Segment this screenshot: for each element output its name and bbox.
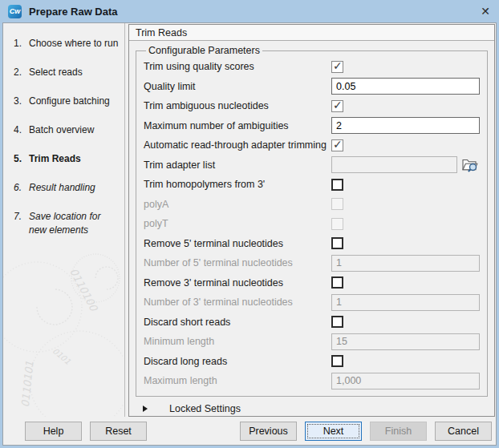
- param-label: polyT: [144, 218, 331, 229]
- param-label: Discard short reads: [144, 317, 331, 328]
- sidebar-step-6: 6. Result handling: [14, 181, 120, 195]
- panel-title: Trim Reads: [129, 25, 494, 41]
- next-button[interactable]: Next: [305, 422, 362, 441]
- binary-spiral-watermark-icon: 0110100 0110101 0101: [3, 244, 124, 417]
- step-number: 6.: [14, 181, 29, 195]
- param-label: Maximum length: [144, 375, 331, 386]
- step-number: 3.: [14, 95, 29, 108]
- step-number: 5.: [14, 152, 29, 166]
- panel-content: Configurable Parameters Trim using quali…: [129, 41, 494, 416]
- param-row-quality-limit: Quality limit: [144, 77, 480, 97]
- remove3-checkbox[interactable]: [331, 276, 343, 289]
- param-row-min-length: Minimum length: [144, 332, 480, 352]
- folder-search-icon: [461, 157, 479, 172]
- param-label: Trim homopolymers from 3': [144, 179, 331, 190]
- param-label: Remove 3' terminal nucleotides: [144, 277, 331, 289]
- param-row-polyt: polyT: [144, 214, 480, 234]
- param-label: Number of 5' terminal nucleotides: [144, 257, 331, 268]
- locked-settings-label: Locked Settings: [169, 403, 241, 414]
- param-row-num3: Number of 3' terminal nucleotides: [144, 293, 480, 313]
- sidebar-step-3: 3. Configure batching: [14, 95, 120, 108]
- finish-button: Finish: [370, 422, 427, 441]
- remove5-checkbox[interactable]: [331, 237, 343, 249]
- polyt-checkbox: [331, 218, 343, 230]
- previous-button[interactable]: Previous: [240, 422, 297, 441]
- step-label: Configure batching: [29, 95, 120, 108]
- wizard-steps-sidebar: 1. Choose where to run 2. Select reads 3…: [3, 23, 125, 417]
- reset-button[interactable]: Reset: [90, 422, 147, 441]
- param-label: Maximum number of ambiguities: [144, 120, 331, 131]
- param-label: Minimum length: [144, 336, 331, 347]
- discard-long-checkbox[interactable]: [331, 355, 343, 367]
- trim-quality-checkbox[interactable]: [331, 61, 343, 73]
- polya-checkbox: [331, 198, 343, 210]
- step-number: 4.: [14, 123, 29, 137]
- dialog-body: 1. Choose where to run 2. Select reads 3…: [2, 22, 497, 446]
- sidebar-step-1: 1. Choose where to run: [14, 37, 120, 50]
- param-label: Trim using quality scores: [144, 61, 331, 72]
- sidebar-step-4: 4. Batch overview: [14, 123, 120, 137]
- title-bar[interactable]: Cw Prepare Raw Data ✕: [2, 0, 497, 22]
- app-logo-icon: Cw: [8, 5, 22, 18]
- param-row-max-length: Maximum length: [144, 371, 480, 391]
- param-row-discard-short: Discard short reads: [144, 313, 480, 333]
- help-button[interactable]: Help: [25, 422, 82, 441]
- step-label: Select reads: [29, 66, 120, 79]
- prepare-raw-data-dialog: Cw Prepare Raw Data ✕ 1. Choose where to…: [0, 0, 499, 448]
- param-row-adapter-list: Trim adapter list: [144, 155, 480, 176]
- cancel-button[interactable]: Cancel: [435, 422, 492, 441]
- auto-adapter-checkbox[interactable]: [331, 139, 343, 151]
- adapter-list-input: [331, 156, 457, 173]
- dialog-button-bar: Help Reset Previous Next Finish Cancel: [3, 417, 496, 445]
- browse-adapter-list-button[interactable]: [460, 157, 480, 173]
- group-label: Configurable Parameters: [146, 45, 262, 56]
- locked-settings-expander[interactable]: Locked Settings: [143, 403, 489, 414]
- param-row-remove5: Remove 5' terminal nucleotides: [144, 234, 480, 254]
- homopolymers-checkbox[interactable]: [331, 179, 343, 191]
- sidebar-step-7: 7. Save location for new elements: [14, 210, 120, 237]
- param-label: Number of 3' terminal nucleotides: [144, 297, 331, 308]
- sidebar-step-5-current: 5. Trim Reads: [14, 152, 120, 166]
- param-row-polya: polyA: [144, 195, 480, 215]
- param-label: Remove 5' terminal nucleotides: [144, 238, 331, 249]
- max-ambiguities-input[interactable]: [331, 117, 480, 134]
- num5-input: [331, 255, 480, 272]
- svg-text:0110101: 0110101: [19, 361, 36, 408]
- step-number: 7.: [14, 210, 29, 237]
- trim-ambiguous-checkbox[interactable]: [331, 100, 343, 112]
- param-row-trim-quality: Trim using quality scores: [144, 57, 480, 77]
- window-title: Prepare Raw Data: [29, 6, 118, 18]
- svg-text:0101: 0101: [51, 346, 73, 366]
- num3-input: [331, 294, 480, 311]
- param-label: polyA: [144, 199, 331, 210]
- step-number: 2.: [14, 66, 29, 79]
- configurable-parameters-group: Configurable Parameters Trim using quali…: [136, 45, 488, 397]
- param-label: Trim ambiguous nucleotides: [144, 100, 331, 111]
- param-label: Discard long reads: [144, 356, 331, 367]
- max-length-input: [331, 373, 480, 389]
- param-row-remove3: Remove 3' terminal nucleotides: [144, 273, 480, 293]
- param-row-discard-long: Discard long reads: [144, 352, 480, 372]
- discard-short-checkbox[interactable]: [331, 316, 343, 328]
- min-length-input: [331, 333, 480, 350]
- trim-reads-panel: Trim Reads Configurable Parameters Trim …: [128, 24, 495, 417]
- step-label: Trim Reads: [29, 152, 120, 166]
- sidebar-step-2: 2. Select reads: [14, 66, 120, 79]
- close-icon[interactable]: ✕: [468, 0, 490, 22]
- param-label: Automatic read-through adapter trimming: [144, 139, 331, 151]
- param-row-homopolymers: Trim homopolymers from 3': [144, 175, 480, 195]
- step-label: Batch overview: [29, 123, 120, 137]
- param-row-max-ambiguities: Maximum number of ambiguities: [144, 116, 480, 136]
- param-row-auto-adapter: Automatic read-through adapter trimming: [144, 135, 480, 155]
- step-label: Save location for new elements: [29, 210, 120, 237]
- param-label: Trim adapter list: [144, 159, 331, 171]
- step-number: 1.: [14, 37, 29, 50]
- param-label: Quality limit: [144, 81, 331, 92]
- param-row-trim-ambiguous: Trim ambiguous nucleotides: [144, 96, 480, 116]
- content-row: 1. Choose where to run 2. Select reads 3…: [3, 23, 496, 417]
- quality-limit-input[interactable]: [331, 78, 480, 95]
- expander-triangle-icon: [143, 406, 148, 412]
- nav-button-group: Previous Next Finish Cancel: [240, 422, 492, 441]
- step-label: Choose where to run: [29, 37, 120, 50]
- step-label: Result handling: [29, 181, 120, 195]
